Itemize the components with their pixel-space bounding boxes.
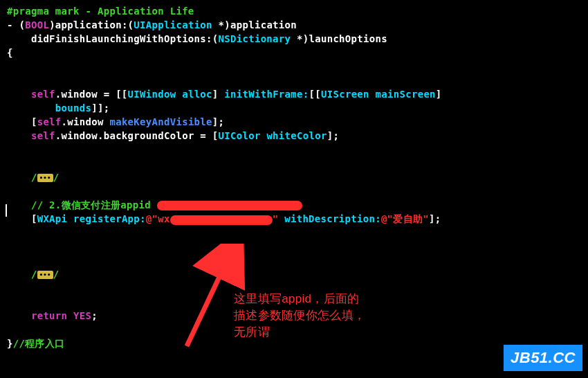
wxapi-register-line: [WXApi registerApp:@"wx" withDescription… (0, 212, 588, 226)
blank-line (0, 240, 588, 253)
fold-comment-1[interactable]: /•••/ (0, 170, 588, 184)
watermark-badge: JB51.CC (504, 345, 582, 371)
blank-line (0, 184, 588, 198)
fold-comment-2[interactable]: /•••/ (0, 267, 588, 281)
open-brace: { (0, 46, 588, 60)
fold-icon[interactable]: ••• (37, 271, 53, 279)
annotation-text: 这里填写appid，后面的 描述参数随便你怎么填， 无所谓 (234, 291, 365, 341)
window-alloc-line: self.window = [[UIWindow alloc] initWith… (0, 87, 588, 101)
method-sig-line2: didFinishLaunchingWithOptions:(NSDiction… (0, 32, 588, 46)
redaction-bar (157, 201, 302, 210)
bounds-line: bounds]]; (0, 101, 588, 115)
comment-appid: // 2.微信支付注册appid (0, 198, 588, 212)
method-sig-line1: - (BOOL)application:(UIApplication *)app… (0, 18, 588, 32)
blank-line (0, 156, 588, 170)
blank-line (0, 253, 588, 267)
blank-line (0, 73, 588, 87)
blank-line (0, 143, 588, 156)
text-cursor (6, 204, 7, 217)
fold-icon[interactable]: ••• (37, 174, 53, 182)
blank-line (0, 226, 588, 240)
blank-line (0, 60, 588, 73)
pragma-line: #pragma mark - Application Life (0, 4, 588, 18)
bgcolor-line: self.window.backgroundColor = [UIColor w… (0, 129, 588, 143)
makekey-line: [self.window makeKeyAndVisible]; (0, 115, 588, 129)
redaction-bar (170, 215, 273, 225)
